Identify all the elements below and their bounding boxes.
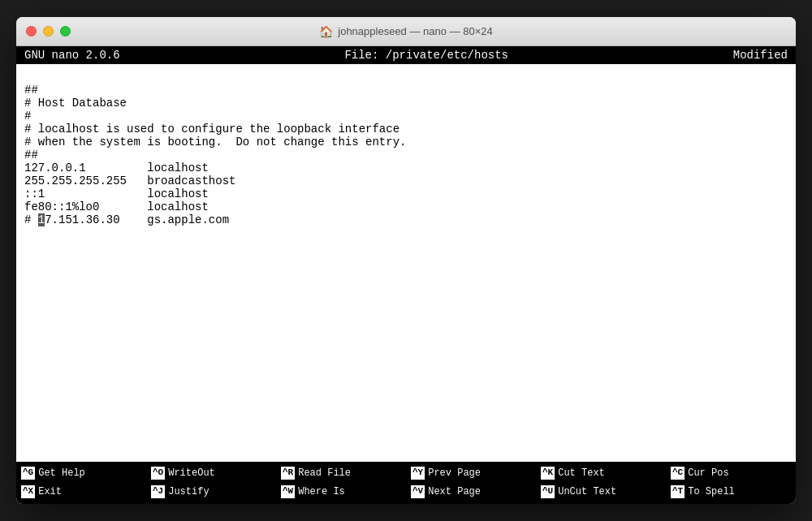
label-writeout: WriteOut (168, 467, 215, 480)
nano-header: GNU nano 2.0.6 File: /private/etc/hosts … (16, 46, 796, 64)
footer-writeout[interactable]: ^O WriteOut (146, 465, 276, 482)
key-ctrl-u: ^U (541, 485, 555, 497)
traffic-lights (26, 26, 71, 37)
key-ctrl-t: ^T (671, 485, 685, 497)
cursor: 1 (38, 213, 45, 226)
footer-to-spell[interactable]: ^T To Spell (666, 484, 796, 501)
key-ctrl-r: ^R (281, 467, 295, 479)
nano-status: Modified (733, 49, 788, 62)
footer-get-help[interactable]: ^G Get Help (16, 465, 146, 482)
footer-justify[interactable]: ^J Justify (146, 484, 276, 501)
footer-cut-text[interactable]: ^K Cut Text (536, 465, 666, 482)
home-icon: 🏠 (319, 25, 333, 38)
label-to-spell: To Spell (688, 485, 735, 499)
label-read-file: Read File (298, 467, 351, 480)
label-prev-page: Prev Page (428, 467, 481, 480)
key-ctrl-g: ^G (21, 467, 35, 479)
editor-area[interactable]: ## # Host Database # # localhost is used… (16, 64, 796, 462)
nano-footer: ^G Get Help ^O WriteOut ^R Read File ^Y … (16, 462, 796, 504)
nano-file: File: /private/etc/hosts (344, 49, 508, 62)
footer-prev-page[interactable]: ^Y Prev Page (406, 465, 536, 482)
label-cur-pos: Cur Pos (688, 467, 728, 480)
label-justify: Justify (168, 485, 209, 499)
footer-next-page[interactable]: ^V Next Page (406, 484, 536, 501)
key-ctrl-j: ^J (151, 485, 165, 497)
label-cut-text: Cut Text (558, 467, 605, 480)
key-ctrl-w: ^W (281, 485, 295, 497)
line-1: ## # Host Database # # localhost is used… (24, 84, 406, 226)
minimize-button[interactable] (43, 26, 54, 37)
maximize-button[interactable] (60, 26, 71, 37)
key-ctrl-k: ^K (541, 467, 555, 479)
nano-version: GNU nano 2.0.6 (24, 49, 120, 62)
key-ctrl-y: ^Y (411, 467, 425, 479)
title-bar: 🏠 johnappleseed — nano — 80×24 (16, 17, 796, 46)
key-ctrl-c: ^C (671, 467, 685, 479)
key-ctrl-x: ^X (21, 485, 35, 497)
footer-where-is[interactable]: ^W Where Is (276, 484, 406, 501)
footer-read-file[interactable]: ^R Read File (276, 465, 406, 482)
label-where-is: Where Is (298, 485, 345, 499)
window-title: 🏠 johnappleseed — nano — 80×24 (319, 25, 492, 38)
footer-exit[interactable]: ^X Exit (16, 484, 146, 501)
label-exit: Exit (38, 485, 62, 499)
label-uncut-text: UnCut Text (558, 485, 616, 499)
close-button[interactable] (26, 26, 37, 37)
nano-window: 🏠 johnappleseed — nano — 80×24 GNU nano … (16, 17, 796, 504)
key-ctrl-v: ^V (411, 485, 425, 497)
key-ctrl-o: ^O (151, 467, 165, 479)
label-get-help: Get Help (38, 467, 85, 480)
footer-uncut-text[interactable]: ^U UnCut Text (536, 484, 666, 501)
label-next-page: Next Page (428, 485, 481, 499)
footer-cur-pos[interactable]: ^C Cur Pos (666, 465, 796, 482)
